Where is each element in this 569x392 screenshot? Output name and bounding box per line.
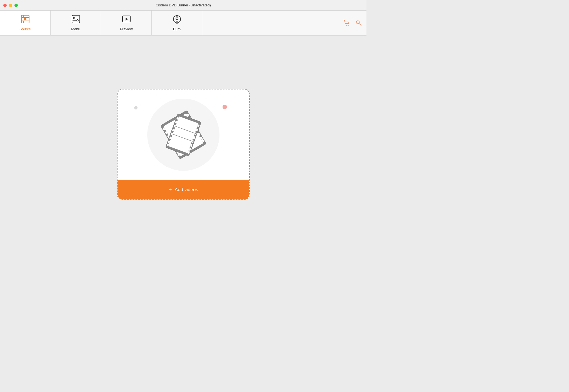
plus-icon: + bbox=[168, 187, 172, 193]
decorative-dot-pink bbox=[223, 105, 227, 109]
menu-icon bbox=[71, 15, 80, 25]
main-content: ✦ bbox=[0, 36, 366, 253]
preview-icon bbox=[122, 15, 131, 25]
svg-point-19 bbox=[348, 25, 349, 26]
window-title: Cisdem DVD Burner (Unactivated) bbox=[156, 3, 211, 7]
toolbar-right bbox=[343, 19, 362, 27]
burn-icon bbox=[173, 15, 181, 25]
minimize-button[interactable] bbox=[9, 4, 12, 7]
add-videos-label: Add videos bbox=[175, 187, 198, 193]
svg-point-9 bbox=[73, 17, 75, 19]
svg-marker-14 bbox=[126, 18, 128, 21]
film-strip-icon bbox=[153, 104, 214, 165]
svg-point-18 bbox=[346, 25, 347, 26]
tab-menu-label: Menu bbox=[71, 27, 80, 31]
source-icon bbox=[21, 15, 30, 25]
tab-preview-label: Preview bbox=[120, 27, 133, 31]
svg-rect-7 bbox=[24, 18, 26, 20]
tab-preview[interactable]: Preview bbox=[101, 11, 152, 35]
drop-zone-card[interactable]: ✦ bbox=[117, 89, 250, 200]
tab-menu[interactable]: Menu bbox=[51, 11, 101, 35]
tab-burn-label: Burn bbox=[173, 27, 181, 31]
decorative-dot-gray bbox=[134, 106, 138, 109]
svg-point-10 bbox=[77, 19, 78, 21]
tab-source[interactable]: Source bbox=[0, 11, 51, 35]
traffic-lights bbox=[3, 4, 18, 7]
tab-source-label: Source bbox=[19, 27, 31, 31]
drop-zone-body: ✦ bbox=[118, 89, 249, 180]
add-videos-button[interactable]: + Add videos bbox=[118, 180, 249, 199]
close-button[interactable] bbox=[3, 4, 7, 7]
toolbar: Source Menu Preview bbox=[0, 11, 366, 36]
key-button[interactable] bbox=[355, 20, 362, 26]
tab-burn[interactable]: Burn bbox=[152, 11, 202, 35]
maximize-button[interactable] bbox=[14, 4, 18, 7]
svg-rect-8 bbox=[72, 15, 80, 23]
cart-button[interactable] bbox=[343, 19, 350, 27]
titlebar: Cisdem DVD Burner (Unactivated) bbox=[0, 0, 366, 11]
